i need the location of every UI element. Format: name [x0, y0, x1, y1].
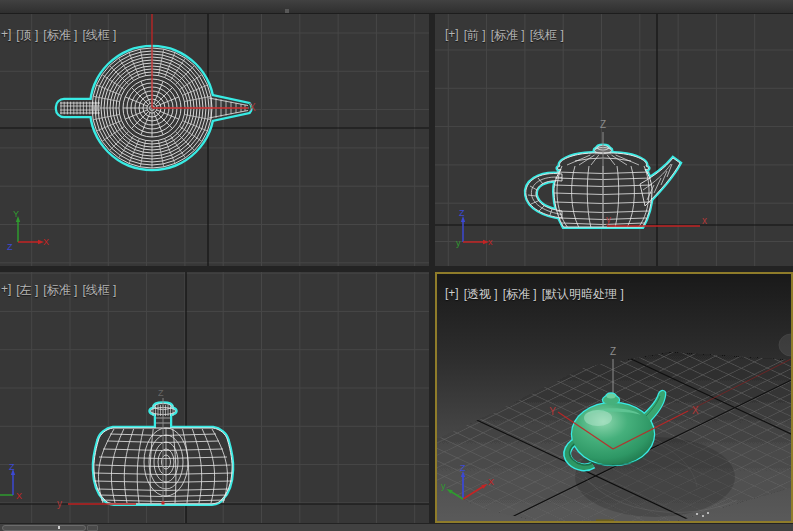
viewport-perspective[interactable]: ZYXZXy [+] [透视 ] [标准 ] [默认明暗处理 ] — [435, 272, 793, 523]
viewport-menu-pov[interactable]: [透视 ] — [464, 286, 498, 303]
gizmo-x-label: X — [488, 477, 494, 487]
viewport-menu-shading[interactable]: [线框 ] — [82, 27, 116, 44]
axis-x-label: X — [692, 405, 699, 416]
viewport-menu-style[interactable]: [标准 ] — [43, 27, 77, 44]
gizmo-y-label: y — [441, 481, 446, 491]
axis-x-label: x — [702, 215, 707, 226]
viewport-menu-shading[interactable]: [默认明暗处理 ] — [542, 286, 624, 303]
viewport-menu-style[interactable]: [标准 ] — [491, 27, 525, 44]
viewport-menu-style[interactable]: [标准 ] — [43, 282, 77, 299]
gizmo-z-label: Z — [7, 242, 13, 252]
viewport-menu-shading[interactable]: [线框 ] — [530, 27, 564, 44]
viewport-top-canvas[interactable]: XYXZ — [0, 14, 429, 266]
viewport-front[interactable]: ZxyZyx [+] [前 ] [标准 ] [线框 ] — [435, 14, 793, 266]
viewport-top[interactable]: XYXZ +] [顶 ] [标准 ] [线框 ] — [0, 14, 429, 266]
toolbar-strip — [0, 0, 793, 14]
max-four-viewport-screen: XYXZ +] [顶 ] [标准 ] [线框 ] ZxyZyx [+] [前 ]… — [0, 0, 793, 531]
time-slider-tick — [58, 526, 60, 529]
gizmo-x-label: X — [43, 237, 49, 247]
viewport-front-label: [+] [前 ] [标准 ] [线框 ] — [445, 27, 564, 44]
viewport-perspective-label: [+] [透视 ] [标准 ] [默认明暗处理 ] — [445, 286, 624, 303]
viewport-left-label: +] [左 ] [标准 ] [线框 ] — [1, 282, 116, 299]
viewport-left[interactable]: ZyZX +] [左 ] [标准 ] [线框 ] — [0, 272, 429, 523]
gizmo-z-label: Z — [460, 463, 466, 473]
bottom-bar — [0, 524, 793, 531]
axis-y-label: y — [57, 498, 62, 509]
viewport-menu-pov[interactable]: [前 ] — [464, 27, 486, 44]
gizmo-z-label: Z — [459, 208, 465, 218]
gizmo-z-label: Z — [9, 462, 15, 472]
viewport-menu-general[interactable]: [+] — [445, 27, 459, 44]
toolbar-divider — [285, 9, 289, 13]
axis-y-label: y — [606, 214, 611, 225]
axis-x-label: X — [249, 102, 256, 113]
gizmo-x-label: x — [488, 237, 493, 247]
time-slider-handle[interactable] — [87, 525, 98, 531]
viewport-menu-general[interactable]: [+] — [445, 286, 459, 303]
axis-z-label: Z — [600, 119, 606, 130]
time-slider-bar[interactable] — [2, 525, 86, 531]
viewport-perspective-canvas[interactable]: ZYXZXy — [435, 272, 793, 523]
gizmo-y-label: y — [456, 238, 461, 248]
gizmo-x-label: X — [16, 491, 22, 501]
viewport-menu-general[interactable]: +] — [1, 282, 11, 299]
axis-z-label: Z — [610, 346, 616, 357]
axis-y-label: Y — [549, 406, 556, 417]
viewport-menu-pov[interactable]: [左 ] — [16, 282, 38, 299]
svg-text:Z: Z — [158, 388, 164, 398]
viewport-top-label: +] [顶 ] [标准 ] [线框 ] — [1, 27, 116, 44]
viewport-menu-shading[interactable]: [线框 ] — [82, 282, 116, 299]
gizmo-y-label: Y — [13, 209, 19, 219]
viewport-menu-general[interactable]: +] — [1, 27, 11, 44]
viewport-front-canvas[interactable]: ZxyZyx — [435, 14, 793, 266]
viewport-menu-pov[interactable]: [顶 ] — [16, 27, 38, 44]
viewport-left-canvas[interactable]: ZyZX — [0, 272, 429, 523]
viewport-menu-style[interactable]: [标准 ] — [503, 286, 537, 303]
